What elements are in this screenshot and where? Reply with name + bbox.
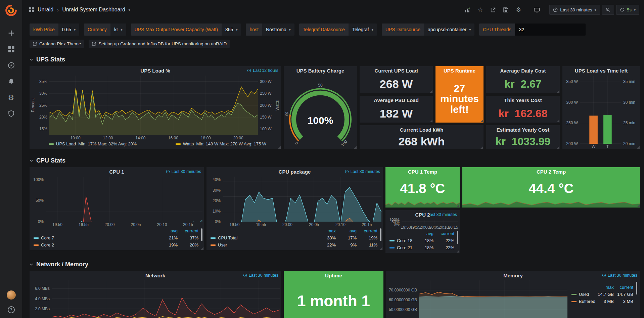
battery-gauge[interactable]: 100% 02050100 — [284, 75, 357, 149]
legend-scrollbar[interactable] — [636, 282, 637, 294]
dashboard-link-grafana-plex-theme[interactable]: Grafana Plex Theme — [30, 40, 84, 48]
panel-title[interactable]: UPS Battery Charge — [296, 68, 344, 74]
legend-column-header[interactable]: current — [178, 228, 198, 233]
section-ups-stats[interactable]: UPS Stats — [30, 53, 640, 66]
ups-load-plot[interactable] — [49, 76, 258, 135]
section-network-memory[interactable]: Network / Memory — [30, 258, 640, 271]
legend-column-header[interactable]: current — [433, 231, 454, 236]
legend-row[interactable]: Buffered3 MB3 MB — [571, 298, 633, 305]
save-icon — [503, 7, 509, 13]
legend-scrollbar[interactable] — [201, 228, 202, 241]
panel-title[interactable]: This Years Cost — [504, 97, 542, 103]
graph-area: 70.0000000 GB60.0000000 GB50.0000000 GB … — [386, 280, 640, 318]
legend-column-header[interactable]: max — [594, 285, 614, 290]
cpu1-plot[interactable] — [46, 177, 202, 222]
zoom-out-time-button[interactable] — [602, 5, 614, 15]
legend-row[interactable]: User22%9%11% — [211, 241, 377, 248]
stat-value: kr 162.68 — [486, 104, 560, 123]
breadcrumb-folder[interactable]: Unraid — [38, 7, 53, 13]
legend-header-row: maxcurrent — [571, 284, 633, 291]
legend-column-header[interactable]: avg — [336, 228, 357, 233]
sidebar-item-configuration[interactable]: ⚙ — [0, 89, 22, 105]
cycle-view-button[interactable] — [531, 5, 542, 15]
legend-scrollbar[interactable] — [457, 231, 458, 244]
legend-row[interactable]: Core 721%37% — [34, 234, 198, 241]
panel-title[interactable]: UPS Runtime — [444, 68, 475, 74]
legend-row[interactable]: CPU Total38%17%19% — [211, 234, 377, 241]
x-tick-label: 20:00 — [282, 222, 292, 227]
network-plot[interactable] — [52, 280, 280, 318]
legend-column-header[interactable]: current — [357, 228, 377, 233]
share-button[interactable] — [488, 5, 498, 15]
legend-item-ups-load[interactable]: UPS Load Min: 17% Max: 32% Avg: 20% — [49, 141, 137, 146]
time-range-picker[interactable]: Last 30 minutes ▾ — [549, 5, 600, 15]
dashboard-link-ups-monitoring-guide[interactable]: Setting up Grafana and InfluxDB for UPS … — [89, 40, 230, 48]
panel-time-override[interactable]: Last 12 hours — [247, 68, 278, 73]
panel-time-override[interactable]: Last 30 minutes — [602, 273, 637, 278]
sidebar-item-server-admin[interactable] — [0, 105, 22, 122]
panel-title[interactable]: CPU 1 — [109, 169, 124, 175]
refresh-icon — [620, 7, 625, 12]
page-title[interactable]: Unraid System Dashboard — [62, 7, 125, 13]
variable-value-dropdown[interactable]: 865▾ — [222, 24, 241, 36]
legend-row[interactable]: Core 1818%22% — [389, 237, 454, 244]
legend-column-header[interactable]: max — [315, 228, 336, 233]
panel-time-override[interactable]: Last 30 minutes — [243, 273, 278, 278]
panel-title[interactable]: Current Load kWh — [400, 127, 444, 133]
panel-title[interactable]: Average Daily Cost — [500, 68, 546, 74]
cpu-threads-input[interactable] — [515, 24, 586, 36]
stat-value: 1 month 1 — [284, 280, 383, 318]
y-axis-left: 6.0 MBs4.0 MBs2.0 MBs — [30, 280, 52, 318]
panel-time-override[interactable]: Last 30 minutes — [422, 212, 457, 217]
panel-title[interactable]: Network — [145, 273, 165, 278]
variable-value-dropdown[interactable]: Nostromo▾ — [262, 24, 294, 36]
legend-row[interactable]: Core 219%28% — [34, 241, 198, 248]
legend-column-header[interactable]: current — [614, 285, 633, 290]
panel-title[interactable]: Current UPS Load — [374, 68, 418, 74]
refresh-picker[interactable]: 5s ▾ — [616, 5, 639, 15]
panel-title[interactable]: Average PSU Load — [374, 97, 419, 103]
panel-title[interactable]: UPS Load % — [140, 68, 170, 74]
variable-value-dropdown[interactable]: 0.65▾ — [58, 24, 79, 36]
variable-value-dropdown[interactable]: Telegraf▾ — [349, 24, 377, 36]
panel-title[interactable]: Memory — [503, 273, 523, 278]
panel-title[interactable]: CPU 2 Temp — [537, 169, 566, 175]
cpu-package-plot[interactable] — [223, 177, 381, 222]
sidebar-item-alerting[interactable] — [0, 73, 22, 89]
legend-column-header[interactable]: avg — [413, 231, 433, 236]
y-tick-label: 35 min — [623, 79, 635, 84]
memory-plot[interactable] — [419, 280, 567, 318]
sidebar-item-create[interactable] — [0, 25, 22, 41]
sidebar-item-explore[interactable] — [0, 57, 22, 73]
legend-column-header[interactable]: avg — [157, 228, 178, 233]
legend-item-watts[interactable]: Watts Min: 148 W Max: 278 W Avg: 175 W — [176, 141, 266, 146]
variable-value-dropdown[interactable]: apcupsd-container▾ — [424, 24, 474, 36]
legend-scrollbar[interactable] — [380, 228, 381, 241]
dashboard-settings-button[interactable]: ⚙ — [513, 5, 524, 15]
save-dashboard-button[interactable] — [500, 5, 511, 15]
ups-bar-plot[interactable] — [580, 76, 621, 144]
favorite-button[interactable]: ☆ — [475, 5, 486, 15]
chevron-down-icon[interactable]: ▾ — [129, 8, 130, 12]
panel-title[interactable]: CPU package — [279, 169, 311, 175]
user-avatar[interactable] — [7, 290, 16, 300]
panel-time-override[interactable]: Last 30 minutes — [345, 169, 380, 174]
panel-title[interactable]: CPU 1 Temp — [408, 169, 437, 175]
y-tick-label: 150 W — [260, 115, 272, 120]
grafana-logo[interactable] — [5, 4, 17, 17]
add-panel-button[interactable] — [462, 5, 473, 15]
variable-value: Telegraf — [352, 27, 369, 32]
panel-title[interactable]: UPS Load vs Time left — [575, 68, 628, 74]
legend-row[interactable]: Used14.7 GB14.7 GB — [571, 291, 633, 298]
legend-row[interactable]: Core 2118%22% — [389, 244, 454, 251]
panel-time-override[interactable]: Last 30 minutes — [166, 169, 201, 174]
panel-title[interactable]: Estimated Yearly Cost — [497, 127, 549, 133]
x-tick-label: 20:05 — [429, 225, 439, 230]
sidebar-item-dashboards[interactable] — [0, 41, 22, 57]
section-cpu-stats[interactable]: CPU Stats — [30, 154, 640, 167]
cpu2-plot[interactable] — [402, 220, 458, 224]
variable-value-dropdown[interactable]: kr▾ — [110, 24, 126, 36]
panel-header: Network Last 30 minutes — [30, 271, 281, 280]
help-icon[interactable]: ? — [8, 306, 15, 313]
panel-title[interactable]: Uptime — [325, 273, 342, 278]
